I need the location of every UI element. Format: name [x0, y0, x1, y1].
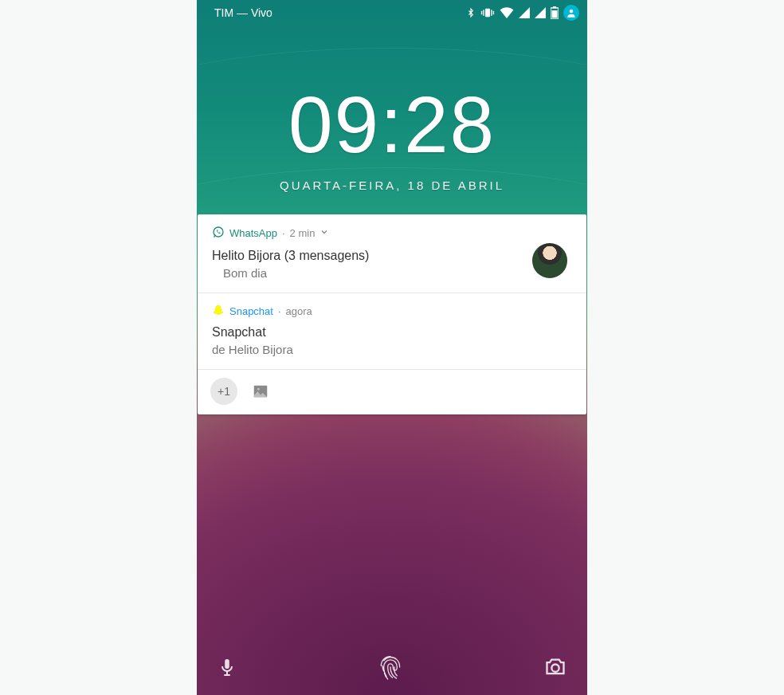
camera-icon[interactable] — [544, 658, 566, 677]
notification-title: Helito Bijora (3 mensagens) — [212, 249, 574, 263]
clock-date: QUARTA-FEIRA, 18 DE ABRIL — [197, 179, 587, 192]
notification-body: de Helito Bijora — [212, 343, 574, 356]
svg-rect-13 — [226, 671, 228, 674]
svg-point-15 — [551, 665, 559, 672]
svg-rect-0 — [485, 9, 490, 18]
notification-title: Snapchat — [212, 325, 574, 340]
carrier-label: TIM — Vivo — [214, 6, 272, 19]
fingerprint-icon[interactable] — [374, 651, 406, 683]
notification-shade: WhatsApp · 2 min Helito Bijora (3 mensag… — [198, 214, 586, 414]
separator-dot: · — [282, 227, 285, 239]
svg-rect-3 — [491, 10, 492, 16]
image-icon — [252, 383, 269, 400]
clock-time: 09:28 — [197, 84, 587, 164]
battery-icon — [551, 6, 559, 19]
notification-whatsapp[interactable]: WhatsApp · 2 min Helito Bijora (3 mensag… — [198, 214, 586, 293]
bluetooth-icon — [466, 6, 476, 19]
contact-avatar — [532, 243, 567, 278]
lockscreen-bottom-bar — [197, 639, 587, 695]
expand-chevron-icon[interactable] — [319, 227, 329, 239]
svg-point-8 — [570, 10, 574, 14]
svg-rect-14 — [224, 674, 230, 676]
svg-rect-4 — [493, 11, 494, 15]
svg-rect-7 — [552, 10, 558, 18]
vibrate-icon — [480, 7, 495, 18]
overflow-count-badge: +1 — [210, 378, 237, 405]
notification-body: Bom dia — [212, 266, 574, 280]
svg-point-11 — [257, 388, 260, 391]
user-profile-icon[interactable] — [563, 5, 579, 21]
signal-icon-2 — [535, 7, 546, 18]
whatsapp-icon — [212, 226, 225, 241]
status-bar: TIM — Vivo — [197, 0, 587, 22]
snapchat-icon — [212, 304, 225, 317]
separator-dot: · — [278, 305, 281, 317]
svg-rect-1 — [483, 10, 484, 16]
notification-time: 2 min — [290, 227, 316, 239]
svg-rect-2 — [481, 11, 482, 15]
clock-widget: 09:28 QUARTA-FEIRA, 18 DE ABRIL — [197, 84, 587, 192]
notification-app-name: Snapchat — [229, 305, 273, 317]
notification-time: agora — [286, 305, 312, 317]
notification-overflow-row[interactable]: +1 — [198, 370, 586, 414]
signal-icon-1 — [519, 7, 530, 18]
notification-app-name: WhatsApp — [229, 227, 277, 239]
notification-snapchat[interactable]: Snapchat · agora Snapchat de Helito Bijo… — [198, 293, 586, 370]
wifi-icon — [500, 7, 514, 18]
lockscreen: TIM — Vivo — [197, 0, 587, 695]
voice-assist-icon[interactable] — [218, 655, 237, 679]
svg-rect-12 — [225, 659, 229, 669]
